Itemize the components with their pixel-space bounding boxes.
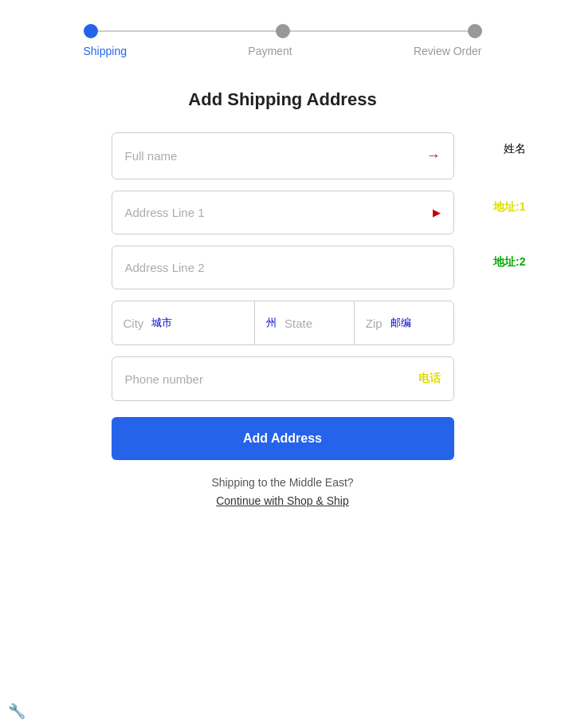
middle-east-text: Shipping to the Middle East?	[112, 476, 454, 489]
stepper-labels: Shipping Payment Review Order	[84, 45, 482, 57]
address2-annotation: 地址:2	[493, 255, 525, 270]
stepper-label-shipping: Shipping	[84, 45, 128, 57]
address2-row: Address Line 2 地址:2	[112, 246, 454, 289]
phone-cn-label: 电话	[418, 372, 441, 386]
page-title: Add Shipping Address	[188, 89, 376, 110]
state-placeholder: State	[284, 317, 312, 330]
stepper-track	[84, 24, 482, 38]
phone-placeholder: Phone number	[125, 372, 203, 386]
add-address-button[interactable]: Add Address	[112, 417, 454, 460]
address2-cn-label: 地址:2	[493, 255, 525, 270]
stepper-label-review: Review Order	[414, 45, 482, 57]
csz-wrapper: City 城市 州 State Zip 邮编	[112, 301, 454, 345]
zip-cn-label: 邮编	[390, 316, 411, 330]
address1-row: Address Line 1 ▶ 地址:1	[112, 191, 454, 234]
fullname-placeholder: Full name	[125, 149, 178, 163]
fullname-row: Full name → 姓名	[112, 132, 454, 179]
state-cn-label: 州	[266, 316, 277, 330]
zip-placeholder: Zip	[366, 317, 383, 330]
checkout-stepper: Shipping Payment Review Order	[84, 24, 482, 57]
address1-placeholder: Address Line 1	[125, 206, 205, 219]
city-placeholder: City	[124, 317, 144, 330]
zip-field[interactable]: Zip 邮编	[355, 301, 453, 344]
footer-section: Shipping to the Middle East? Continue wi…	[112, 476, 454, 508]
fullname-cn-label: 姓名	[504, 142, 526, 156]
csz-row: City 城市 州 State Zip 邮编	[112, 301, 454, 345]
phone-field-wrapper[interactable]: Phone number 电话	[112, 356, 454, 401]
stepper-dot-review	[468, 24, 482, 38]
address1-arrow-icon: ▶	[433, 207, 441, 218]
fullname-arrow-icon: →	[426, 148, 441, 164]
fullname-field-wrapper[interactable]: Full name →	[112, 132, 454, 179]
fullname-annotation: 姓名	[504, 142, 526, 156]
address2-placeholder: Address Line 2	[125, 261, 205, 274]
city-field[interactable]: City 城市	[112, 301, 255, 344]
address2-field-wrapper[interactable]: Address Line 2	[112, 246, 454, 289]
city-cn-label: 城市	[151, 316, 172, 330]
address1-cn-label: 地址:1	[493, 200, 525, 214]
address-form: Full name → 姓名 Address Line 1 ▶ 地址:1 Add…	[112, 132, 454, 508]
phone-row: Phone number 电话	[112, 356, 454, 401]
stepper-label-payment: Payment	[248, 45, 292, 57]
address1-annotation: 地址:1	[493, 200, 525, 214]
wrench-icon: 🔧	[8, 702, 26, 720]
stepper-dot-shipping	[84, 24, 98, 38]
address1-field-wrapper[interactable]: Address Line 1 ▶	[112, 191, 454, 234]
stepper-dot-payment	[276, 24, 290, 38]
shop-and-ship-link[interactable]: Continue with Shop & Ship	[216, 494, 349, 507]
state-field[interactable]: 州 State	[255, 301, 355, 344]
